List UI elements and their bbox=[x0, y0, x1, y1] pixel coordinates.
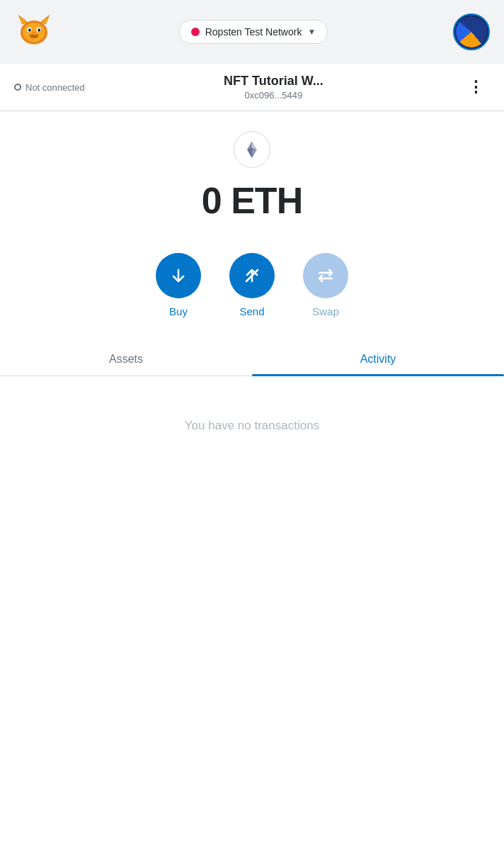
tab-assets[interactable]: Assets bbox=[0, 343, 252, 376]
connection-label: Not connected bbox=[25, 82, 85, 93]
swap-label: Swap bbox=[312, 305, 339, 317]
send-button[interactable] bbox=[229, 253, 275, 298]
tabs-section: Assets Activity bbox=[0, 343, 504, 376]
swap-action[interactable]: Swap bbox=[303, 253, 348, 317]
connection-status: Not connected bbox=[14, 82, 85, 93]
swap-button[interactable] bbox=[303, 253, 348, 298]
svg-point-9 bbox=[38, 28, 40, 31]
buy-action[interactable]: Buy bbox=[156, 253, 201, 317]
action-buttons: Buy Send Swap bbox=[0, 236, 504, 332]
chevron-down-icon: ▼ bbox=[307, 27, 316, 37]
svg-point-13 bbox=[30, 35, 38, 38]
account-address: 0xc096...5449 bbox=[224, 90, 323, 101]
balance-amount: 0 ETH bbox=[202, 179, 302, 222]
network-name: Ropsten Test Network bbox=[205, 26, 302, 38]
metamask-logo[interactable] bbox=[14, 11, 54, 53]
buy-button[interactable] bbox=[156, 253, 201, 298]
eth-logo bbox=[234, 131, 270, 168]
header: Ropsten Test Network ▼ bbox=[0, 0, 504, 64]
account-name: NFT Tutorial W... bbox=[224, 74, 323, 89]
buy-label: Buy bbox=[169, 305, 188, 317]
profile-avatar[interactable] bbox=[453, 13, 490, 50]
send-label: Send bbox=[239, 305, 264, 317]
network-status-dot bbox=[191, 28, 200, 36]
network-selector[interactable]: Ropsten Test Network ▼ bbox=[179, 20, 328, 44]
main-content: 0 ETH Buy Send bbox=[0, 111, 504, 846]
svg-point-8 bbox=[28, 28, 31, 31]
avatar-graphic bbox=[456, 16, 487, 47]
tab-activity[interactable]: Activity bbox=[252, 343, 504, 376]
account-bar: Not connected NFT Tutorial W... 0xc096..… bbox=[0, 64, 504, 111]
empty-transactions-message: You have no transactions bbox=[0, 376, 504, 475]
more-menu-button[interactable]: ⋮ bbox=[462, 75, 490, 99]
balance-section: 0 ETH bbox=[0, 111, 504, 236]
disconnected-dot-icon bbox=[14, 84, 21, 91]
send-action[interactable]: Send bbox=[229, 253, 275, 317]
account-info: NFT Tutorial W... 0xc096...5449 bbox=[224, 74, 323, 101]
